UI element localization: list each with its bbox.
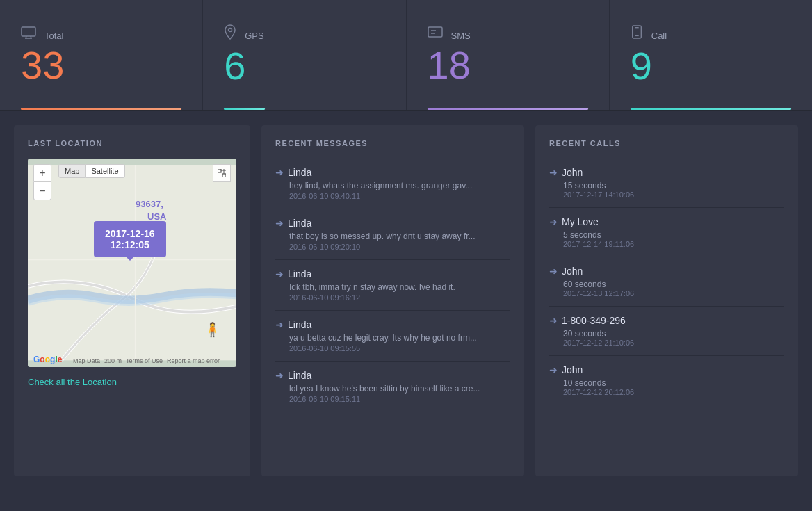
map-person-icon: 🧍: [204, 321, 221, 338]
message-sender: ➜ Linda: [275, 319, 510, 330]
stat-icon-gps: [224, 24, 236, 44]
incoming-call-icon: ➜: [549, 315, 558, 326]
call-name: ➜ John: [549, 364, 784, 375]
map-watermark: Google: [33, 355, 62, 364]
message-sender: ➜ Linda: [275, 218, 510, 229]
call-name: ➜ John: [549, 167, 784, 178]
stat-icon-call: [631, 24, 643, 44]
stat-label-gps: GPS: [245, 31, 263, 41]
map-location-tooltip: 2017-12-16 12:12:05: [94, 221, 166, 257]
last-location-panel: LAST LOCATION + −: [14, 125, 250, 476]
outgoing-icon: ➜: [275, 167, 284, 178]
map-report-label: Report a map error: [167, 357, 220, 364]
map-expand-button[interactable]: [213, 164, 231, 182]
calls-list: ➜ John 15 seconds 2017-12-17 14:10:06 ➜ …: [549, 159, 784, 405]
map-zoom-in-button[interactable]: +: [33, 164, 51, 182]
call-name: ➜ My Love: [549, 216, 784, 227]
check-location-link[interactable]: Check all the Location: [28, 377, 236, 387]
map-zoom-out-button[interactable]: −: [33, 182, 51, 200]
message-text: lol yea I know he's been sittin by himse…: [275, 384, 510, 394]
sender-name: Linda: [288, 268, 311, 279]
map-scale-label: 200 m: [104, 357, 122, 364]
map-zoom-controls[interactable]: + −: [33, 164, 51, 200]
stat-icon-sms: [428, 25, 443, 43]
map-type-tabs[interactable]: Map Satellite: [58, 164, 125, 178]
svg-rect-14: [218, 169, 221, 172]
call-name: ➜ John: [549, 266, 784, 277]
stat-label-total: Total: [44, 31, 63, 41]
message-item: ➜ Linda ya u betta cuz he legit cray. It…: [275, 311, 510, 362]
stat-top-total: Total: [21, 25, 181, 43]
svg-point-4: [229, 29, 232, 32]
outgoing-call-icon: ➜: [549, 364, 558, 375]
message-text: ya u betta cuz he legit cray. Its why he…: [275, 333, 510, 343]
message-sender: ➜ Linda: [275, 167, 510, 178]
incoming-icon: ➜: [275, 319, 284, 330]
message-time: 2016-06-10 09:20:10: [275, 243, 510, 251]
message-item: ➜ Linda lol yea I know he's been sittin …: [275, 362, 510, 412]
call-item: ➜ John 15 seconds 2017-12-17 14:10:06: [549, 159, 784, 208]
incoming-icon: ➜: [275, 218, 284, 229]
outgoing-call-icon: ➜: [549, 167, 558, 178]
stat-value-call: 9: [631, 47, 791, 86]
map-type-map-tab[interactable]: Map: [58, 164, 86, 178]
message-time: 2016-06-10 09:16:12: [275, 293, 510, 302]
sender-name: Linda: [288, 370, 311, 381]
call-name: ➜ 1-800-349-296: [549, 315, 784, 326]
stat-value-gps: 6: [224, 47, 384, 86]
outgoing-icon: ➜: [275, 268, 284, 279]
call-item: ➜ 1-800-349-296 30 seconds 2017-12-12 21…: [549, 307, 784, 356]
message-time: 2016-06-10 09:15:55: [275, 344, 510, 352]
stat-card-sms: SMS 18: [407, 0, 610, 110]
stat-top-gps: GPS: [224, 24, 384, 44]
sender-name: Linda: [288, 167, 311, 178]
stat-top-call: Call: [631, 24, 791, 44]
call-duration: 30 seconds: [549, 329, 784, 339]
caller-name: My Love: [562, 216, 599, 227]
call-duration: 60 seconds: [549, 279, 784, 289]
map-tooltip-date: 2017-12-16: [105, 228, 155, 239]
message-sender: ➜ Linda: [275, 268, 510, 279]
stat-bar-call: [631, 108, 791, 110]
svg-rect-0: [22, 27, 35, 36]
call-item: ➜ John 60 seconds 2017-12-13 12:17:06: [549, 257, 784, 307]
stat-bar-total: [21, 108, 181, 110]
stat-card-gps: GPS 6: [203, 0, 406, 110]
map-footer: Map Data 200 m Terms of Use Report a map…: [73, 357, 220, 364]
caller-name: John: [562, 266, 583, 277]
outgoing-call-icon: ➜: [549, 266, 558, 277]
call-item: ➜ My Love 5 seconds 2017-12-14 19:11:06: [549, 208, 784, 257]
main-content: LAST LOCATION + −: [0, 111, 812, 490]
message-time: 2016-06-10 09:15:11: [275, 395, 510, 403]
message-sender: ➜ Linda: [275, 370, 510, 381]
map-type-satellite-tab[interactable]: Satellite: [86, 164, 124, 178]
map-container: + − Map Satellite 93637, USA: [28, 159, 236, 367]
stat-value-total: 33: [21, 46, 181, 85]
stat-value-sms: 18: [428, 46, 588, 85]
stat-card-call: Call 9: [610, 0, 812, 110]
stat-label-call: Call: [651, 31, 667, 41]
stat-bar-sms: [428, 108, 588, 110]
caller-name: 1-800-349-296: [562, 315, 626, 326]
svg-rect-5: [428, 27, 442, 37]
call-duration: 10 seconds: [549, 378, 784, 388]
message-item: ➜ Linda hey lind, whats the assignment m…: [275, 159, 510, 209]
last-location-title: LAST LOCATION: [28, 139, 236, 147]
stats-bar: Total 33 GPS 6 SMS 18 Call 9: [0, 0, 812, 111]
call-time: 2017-12-13 12:17:06: [549, 289, 784, 298]
messages-title: RECENT MESSAGES: [275, 139, 510, 147]
call-item: ➜ John 10 seconds 2017-12-12 20:12:06: [549, 356, 784, 405]
messages-list: ➜ Linda hey lind, whats the assignment m…: [275, 159, 510, 412]
call-time: 2017-12-12 21:10:06: [549, 339, 784, 347]
recent-calls-panel: RECENT CALLS ➜ John 15 seconds 2017-12-1…: [535, 125, 798, 476]
map-country-label: USA: [147, 211, 166, 222]
call-time: 2017-12-17 14:10:06: [549, 190, 784, 199]
call-duration: 5 seconds: [549, 230, 784, 240]
stat-bar-gps: [224, 108, 264, 110]
message-text: hey lind, whats the assignment ms. grang…: [275, 181, 510, 190]
map-location-code: 93637,: [136, 199, 163, 209]
message-item: ➜ Linda that boy is so messed up. why dn…: [275, 209, 510, 260]
map-terms-label: Terms of Use: [126, 357, 163, 364]
message-item: ➜ Linda Idk tbh, imma try n stay away no…: [275, 260, 510, 311]
stat-top-sms: SMS: [428, 25, 588, 43]
